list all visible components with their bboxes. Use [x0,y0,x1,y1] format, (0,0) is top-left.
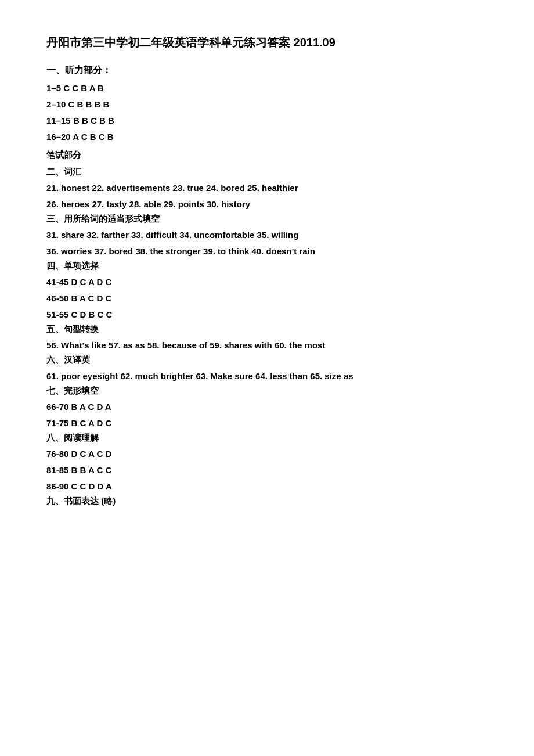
section2-title: 二、词汇 [46,167,488,178]
word-forms-line2: 36. worries 37. bored 38. the stronger 3… [46,244,488,258]
section4-title: 四、单项选择 [46,261,488,272]
section8-title: 八、阅读理解 [46,433,488,444]
section3-title: 三、用所给词的适当形式填空 [46,214,488,225]
vocabulary-line1: 21. honest 22. advertisements 23. true 2… [46,181,488,195]
written-label: 笔试部分 [46,150,488,161]
section5-title: 五、句型转换 [46,324,488,335]
section7-title: 七、完形填空 [46,386,488,397]
mcq-line1: 41-45 D C A D C [46,275,488,289]
reading-line1: 76-80 D C A C D [46,447,488,461]
translation-line1: 61. poor eyesight 62. much brighter 63. … [46,369,488,383]
vocabulary-line2: 26. heroes 27. tasty 28. able 29. points… [46,197,488,211]
cloze-line1: 66-70 B A C D A [46,400,488,414]
listening-line2: 2–10 C B B B B [46,98,488,111]
sentence-transform-line1: 56. What's like 57. as as 58. because of… [46,339,488,352]
mcq-line2: 46-50 B A C D C [46,291,488,305]
reading-line2: 81-85 B B A C C [46,463,488,477]
reading-line3: 86-90 C C D D A [46,480,488,494]
mcq-line3: 51-55 C D B C C [46,308,488,322]
listening-line3: 11–15 B B C B B [46,114,488,128]
listening-line4: 16–20 A C B C B [46,130,488,144]
main-title: 丹阳市第三中学初二年级英语学科单元练习答案 2011.09 [46,35,488,51]
cloze-line2: 71-75 B C A D C [46,416,488,430]
word-forms-line1: 31. share 32. farther 33. difficult 34. … [46,228,488,242]
listening-line1: 1–5 C C B A B [46,81,488,95]
section1-title: 一、听力部分： [46,64,488,77]
section6-title: 六、汉译英 [46,355,488,366]
page-container: 丹阳市第三中学初二年级英语学科单元练习答案 2011.09 一、听力部分： 1–… [46,35,488,507]
section9-title: 九、书面表达 (略) [46,496,488,507]
